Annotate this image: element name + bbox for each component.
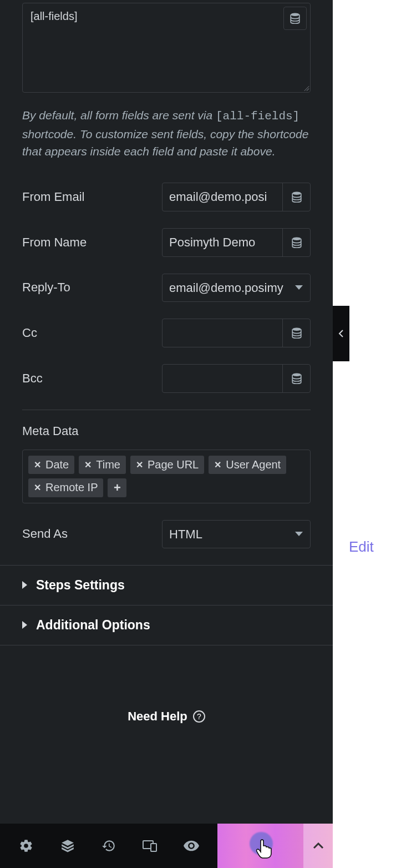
add-meta-button[interactable]: +: [108, 478, 126, 497]
editor-panel: [all-fields] By default, all form fields…: [0, 0, 333, 868]
caret-right-icon: [22, 621, 27, 629]
cc-control: [162, 319, 311, 347]
meta-tag[interactable]: ✕Page URL: [130, 456, 204, 474]
svg-rect-6: [151, 844, 156, 851]
meta-data-label: Meta Data: [22, 424, 311, 438]
publish-button[interactable]: [217, 824, 333, 868]
from-email-input[interactable]: [163, 183, 282, 211]
close-icon[interactable]: ✕: [84, 460, 92, 470]
from-email-row: From Email: [22, 183, 311, 211]
bcc-dynamic-button[interactable]: [282, 365, 310, 392]
additional-options-title: Additional Options: [36, 618, 150, 633]
database-icon: [292, 191, 302, 203]
reply-to-select[interactable]: email@demo.posimy: [162, 274, 311, 302]
caret-right-icon: [22, 581, 27, 589]
bcc-input[interactable]: [163, 365, 282, 392]
database-icon: [292, 327, 302, 339]
close-icon[interactable]: ✕: [136, 460, 143, 470]
database-icon: [292, 237, 302, 248]
database-icon: [290, 13, 300, 24]
history-button[interactable]: [98, 835, 120, 857]
bcc-row: Bcc: [22, 364, 311, 393]
bcc-control: [162, 364, 311, 393]
collapse-panel-button[interactable]: [333, 306, 349, 361]
from-email-dynamic-button[interactable]: [282, 183, 310, 211]
steps-settings-accordion[interactable]: Steps Settings: [0, 565, 333, 605]
database-icon: [292, 373, 302, 384]
svg-point-4: [292, 373, 301, 376]
responsive-button[interactable]: [139, 835, 161, 857]
publish-options-button[interactable]: [303, 824, 333, 868]
send-as-select[interactable]: HTML: [162, 520, 311, 548]
help-icon: ?: [193, 710, 205, 723]
from-name-row: From Name: [22, 228, 311, 257]
cc-row: Cc: [22, 319, 311, 347]
reply-to-label: Reply-To: [22, 280, 70, 295]
edit-link[interactable]: Edit: [349, 538, 374, 556]
svg-point-2: [292, 237, 301, 240]
meta-tag[interactable]: ✕User Agent: [209, 456, 286, 474]
bcc-label: Bcc: [22, 371, 43, 386]
from-email-control: [162, 183, 311, 211]
message-body-wrapper: [all-fields]: [22, 3, 311, 93]
chevron-up-icon: [313, 842, 324, 849]
divider: [22, 410, 311, 410]
meta-tag[interactable]: ✕Date: [28, 456, 74, 474]
from-name-input[interactable]: [163, 229, 282, 256]
chevron-left-icon: [338, 329, 344, 338]
send-as-row: Send As HTML: [22, 520, 311, 548]
meta-tags-container: ✕Date ✕Time ✕Page URL ✕User Agent ✕Remot…: [22, 450, 311, 503]
navigator-button[interactable]: [57, 835, 79, 857]
cc-label: Cc: [22, 326, 37, 340]
svg-point-1: [292, 191, 301, 195]
gear-icon: [19, 839, 33, 853]
meta-tag[interactable]: ✕Remote IP: [28, 478, 103, 497]
cc-input[interactable]: [163, 319, 282, 347]
history-icon: [101, 839, 116, 853]
additional-options-accordion[interactable]: Additional Options: [0, 605, 333, 645]
from-name-label: From Name: [22, 235, 87, 250]
svg-point-0: [291, 13, 299, 17]
layers-icon: [60, 839, 75, 853]
steps-settings-title: Steps Settings: [36, 578, 125, 593]
bottom-toolbar: [0, 824, 333, 868]
meta-tag[interactable]: ✕Time: [79, 456, 126, 474]
settings-button[interactable]: [15, 835, 37, 857]
click-indicator: [250, 832, 273, 855]
responsive-icon: [142, 839, 158, 852]
plus-icon: +: [114, 481, 121, 495]
message-body-input[interactable]: [all-fields]: [23, 3, 310, 92]
svg-point-3: [292, 327, 301, 331]
close-icon[interactable]: ✕: [34, 460, 41, 470]
from-name-control: [162, 228, 311, 257]
send-as-label: Send As: [22, 527, 68, 541]
preview-button[interactable]: [180, 835, 202, 857]
eye-icon: [184, 840, 199, 851]
close-icon[interactable]: ✕: [214, 460, 221, 470]
message-help-text: By default, all form fields are sent via…: [22, 107, 311, 160]
from-email-label: From Email: [22, 190, 84, 204]
need-help-link[interactable]: Need Help ?: [0, 709, 333, 724]
close-icon[interactable]: ✕: [34, 482, 41, 493]
cc-dynamic-button[interactable]: [282, 319, 310, 347]
from-name-dynamic-button[interactable]: [282, 229, 310, 256]
message-dynamic-button[interactable]: [283, 7, 307, 30]
reply-to-row: Reply-To email@demo.posimy: [22, 274, 311, 302]
email-settings-section: [all-fields] By default, all form fields…: [0, 3, 333, 548]
